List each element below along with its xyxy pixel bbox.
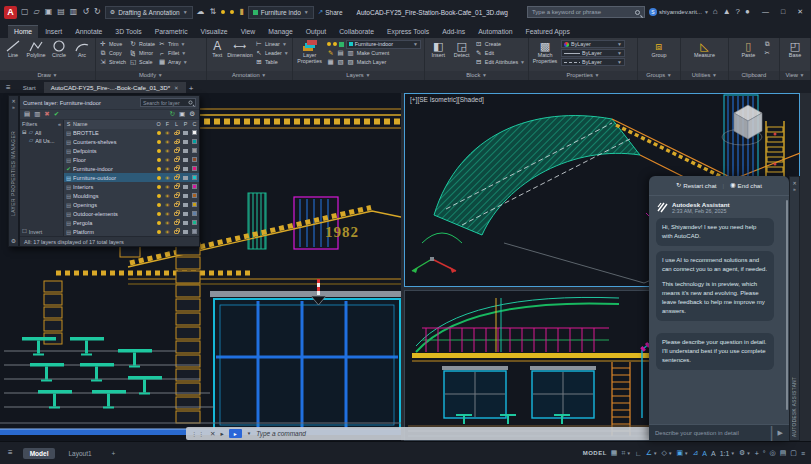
panel-block-label[interactable]: Block ▼: [425, 71, 528, 80]
layer-row[interactable]: ▤Defpoints☀: [64, 146, 199, 155]
model-space-label[interactable]: MODEL: [583, 450, 607, 456]
save-icon[interactable]: ▣: [45, 8, 53, 16]
layer-search-input[interactable]: Search for layer: [140, 98, 196, 107]
edit-block-button[interactable]: ✎Edit: [475, 49, 525, 57]
help-search-input[interactable]: Type a keyword or phrase: [527, 6, 645, 18]
leader-button[interactable]: ↖Leader▼: [255, 49, 289, 57]
new-layout-button[interactable]: +: [105, 448, 123, 459]
customize-command-icon[interactable]: ▸: [220, 430, 223, 438]
panel-properties-label[interactable]: Properties ▼: [529, 71, 637, 80]
workspace-dropdown[interactable]: ⚙ Drafting & Annotation ▼: [105, 6, 193, 19]
delete-layer-icon[interactable]: ✖: [44, 111, 49, 118]
circle-button[interactable]: Circle: [49, 40, 69, 59]
refresh-icon[interactable]: ↻: [170, 111, 175, 118]
panel-layers-label[interactable]: Layers ▼: [293, 71, 424, 80]
customize-menu[interactable]: ≡: [801, 450, 805, 457]
assistant-rail[interactable]: ✕ » AUTODESK ASSISTANT: [789, 176, 800, 441]
redo-icon[interactable]: ↻: [94, 8, 101, 16]
layer-row[interactable]: ▤Counters-shelves☀: [64, 138, 199, 147]
filter-all[interactable]: ⊟▱All: [22, 130, 61, 136]
minimize-button[interactable]: —: [762, 8, 769, 16]
new-drawing-icon[interactable]: +: [189, 84, 194, 93]
text-button[interactable]: A Text: [210, 40, 225, 59]
layout-menu-icon[interactable]: ≡: [8, 448, 13, 457]
measure-button[interactable]: ◺ Measure: [692, 40, 716, 59]
tab-featured-apps[interactable]: Featured Apps: [520, 26, 576, 38]
layer-row[interactable]: ▤Platform☀: [64, 227, 199, 236]
viewport-label[interactable]: [+][SE Isometric][Shaded]: [410, 96, 484, 104]
layer-states-icon[interactable]: ▣: [179, 111, 185, 118]
trim-button[interactable]: ✂Trim▼: [158, 40, 188, 48]
dimension-button[interactable]: ⟷ Dimension: [228, 40, 252, 59]
maximize-button[interactable]: □: [781, 8, 785, 16]
chevron-down-icon[interactable]: ▼: [247, 431, 251, 436]
graphics-performance-toggle[interactable]: ▤: [780, 449, 787, 457]
panel-view-label[interactable]: View ▼: [780, 71, 810, 80]
open-file-icon[interactable]: ▱: [34, 8, 40, 16]
edit-attributes-button[interactable]: ⊟Edit Attributes▼: [475, 58, 525, 66]
stretch-button[interactable]: ⇲Stretch: [99, 58, 126, 66]
filter-all-used[interactable]: ▱All Us...: [22, 138, 61, 144]
copy-button[interactable]: ⧉Copy: [99, 49, 126, 57]
tree-expand-icon[interactable]: ⊟: [22, 130, 27, 136]
close-button[interactable]: ✕: [797, 8, 803, 16]
grid-toggle[interactable]: ▦: [611, 449, 618, 457]
autodesk-apps-icon[interactable]: ▲: [723, 8, 731, 16]
arc-button[interactable]: Arc: [72, 40, 92, 59]
tab-start[interactable]: Start: [16, 82, 43, 93]
help-icon[interactable]: ?: [736, 8, 740, 16]
chat-input[interactable]: Describe your question in detail | ▶: [649, 424, 789, 441]
layout1-tab[interactable]: Layout1: [61, 448, 98, 459]
rotate-button[interactable]: ↻Rotate: [129, 40, 155, 48]
send-icon[interactable]: ▶: [778, 429, 783, 437]
tab-output[interactable]: Output: [300, 26, 332, 38]
layer-row[interactable]: ▤Openings☀: [64, 200, 199, 209]
close-tab-icon[interactable]: ✕: [174, 85, 179, 91]
layer-on-icon[interactable]: [221, 10, 225, 14]
drag-handle-icon[interactable]: ⋮⋮: [191, 430, 205, 437]
app-store-icon[interactable]: ⌂: [713, 8, 718, 16]
layer-row[interactable]: ▤Outdoor-elements☀: [64, 209, 199, 218]
polar-tracking-toggle[interactable]: ∠▼: [646, 449, 658, 457]
polyline-button[interactable]: Polyline: [26, 40, 46, 59]
otrack-toggle[interactable]: ⊿: [692, 449, 698, 457]
units-button[interactable]: °: [763, 450, 766, 457]
layer-row[interactable]: ▤Interiors☀: [64, 182, 199, 191]
fillet-button[interactable]: ⌐Fillet▼: [158, 49, 188, 57]
snap-toggle[interactable]: ⌗▼: [621, 449, 630, 457]
annotation-autoscale-toggle[interactable]: A: [711, 450, 716, 457]
drawing-area[interactable]: 1982: [0, 93, 811, 441]
layer-row[interactable]: ▤BROTTLE☀: [64, 129, 199, 138]
isodraft-toggle[interactable]: ◇▼: [662, 449, 673, 457]
layer-off-icon[interactable]: [327, 42, 331, 46]
cut-clip-button[interactable]: ✂: [763, 49, 771, 57]
set-current-layer-icon[interactable]: ✔: [54, 111, 59, 118]
annotation-monitor-toggle[interactable]: +: [755, 450, 759, 457]
command-line[interactable]: ⋮⋮ ✕ ▸ ▸ ▼ Type a command: [186, 427, 656, 440]
layer-lock-icon[interactable]: ▮: [239, 8, 243, 16]
clean-screen-toggle[interactable]: ▢: [790, 449, 797, 457]
isolate-objects-button[interactable]: ◎: [770, 449, 776, 457]
layer-row-current[interactable]: ✔Furniture-indoor☀: [64, 164, 199, 173]
workspace-switch-gear[interactable]: ⚙▼: [739, 449, 751, 457]
palette-title-rail[interactable]: ✕ » LAYER PROPERTIES MANAGER ⚙: [8, 95, 19, 247]
make-current-button[interactable]: ✎ ▤ ▥ Make Current: [327, 49, 421, 57]
detect-button[interactable]: ◲ Detect: [451, 40, 471, 59]
color-dropdown[interactable]: ByLayer▼: [561, 40, 625, 48]
paste-button[interactable]: ▯ Paste: [736, 40, 760, 59]
layer-isolate-icon[interactable]: [333, 42, 337, 46]
layer-row[interactable]: ▤Floor☀: [64, 155, 199, 164]
annotation-visibility-toggle[interactable]: A: [702, 450, 707, 457]
osnap-toggle[interactable]: ▣▼: [676, 449, 688, 457]
tab-automation[interactable]: Automation: [472, 26, 518, 38]
new-layer-icon[interactable]: ▤: [24, 111, 30, 118]
layer-properties-button[interactable]: Layer Properties: [296, 40, 324, 65]
match-layer-button[interactable]: ▦ ▧ ▨ Match Layer: [327, 58, 421, 66]
base-button[interactable]: ◰ Base: [783, 40, 807, 59]
layer-freeze-icon[interactable]: [339, 42, 344, 47]
layer-quick-dropdown[interactable]: Furniture indo ▼: [248, 6, 314, 19]
restart-chat-button[interactable]: ↻ Restart chat: [676, 182, 717, 189]
layer-dropdown[interactable]: Furniture-indoor ▼: [346, 40, 421, 49]
layer-row-selected[interactable]: ▤Furniture-outdoor☀: [64, 173, 199, 182]
share-button[interactable]: ↗ Share: [318, 9, 343, 16]
